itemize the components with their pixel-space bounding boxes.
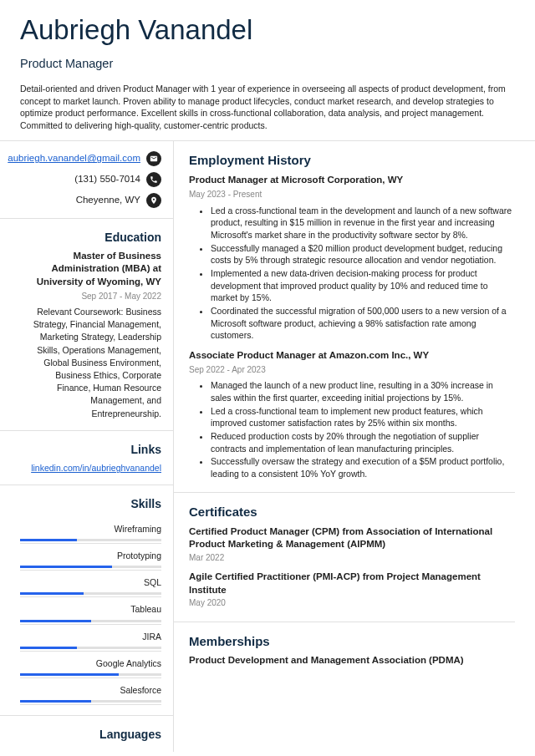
skill-fill	[20, 592, 84, 595]
job-bullet: Managed the launch of a new product line…	[211, 379, 515, 403]
sidebar-divider	[0, 218, 173, 219]
skill-row: Tableau	[20, 597, 161, 624]
links-heading: Links	[20, 441, 161, 458]
certs-list: Certified Product Manager (CPM) from Ass…	[189, 525, 515, 610]
skill-row: JIRA	[20, 625, 161, 652]
links-block: Links linkedin.com/in/aubrieghvanandel	[20, 441, 161, 475]
email-link[interactable]: aubriegh.vanandel@gmail.com	[8, 151, 140, 165]
sidebar-divider	[0, 715, 173, 716]
columns: aubriegh.vanandel@gmail.com (131) 550-70…	[20, 141, 515, 752]
skill-bar	[20, 592, 161, 595]
certificates-block: Certificates Certified Product Manager (…	[189, 503, 515, 610]
contact-email-row: aubriegh.vanandel@gmail.com	[20, 151, 161, 166]
job-bullets: Managed the launch of a new product line…	[189, 379, 515, 480]
skill-row: Salesforce	[20, 678, 161, 705]
job-entry: Associate Product Manager at Amazon.com …	[189, 348, 515, 480]
skill-fill	[20, 647, 77, 649]
skills-block: Skills WireframingPrototypingSQLTableauJ…	[20, 495, 161, 705]
phone-text: (131) 550-7014	[74, 172, 140, 186]
job-title: Product Manager	[20, 55, 515, 73]
languages-heading: Languages	[20, 726, 161, 743]
certificate-name: Certified Product Manager (CPM) from Ass…	[189, 525, 515, 551]
contact-location-row: Cheyenne, WY	[20, 193, 161, 208]
skill-bar	[20, 620, 161, 622]
resume-page: Aubriegh Vanandel Product Manager Detail…	[0, 0, 535, 752]
certificate-date: May 2020	[189, 597, 515, 610]
skill-name: Wireframing	[20, 523, 161, 535]
sidebar-divider	[0, 485, 173, 485]
languages-block: Languages	[20, 726, 161, 743]
jobs-list: Product Manager at Microsoft Corporation…	[189, 173, 515, 479]
sidebar: aubriegh.vanandel@gmail.com (131) 550-70…	[20, 141, 174, 752]
linkedin-link[interactable]: linkedin.com/in/aubrieghvanandel	[31, 463, 161, 473]
job-position: Associate Product Manager at Amazon.com …	[189, 348, 515, 363]
main-divider	[174, 622, 515, 622]
job-bullet: Reduced production costs by 20% through …	[211, 430, 515, 454]
memberships-heading: Memberships	[189, 632, 515, 651]
main-divider	[174, 492, 515, 493]
job-bullet: Successfully oversaw the strategy and ex…	[211, 455, 515, 479]
skill-bar	[20, 673, 161, 676]
skill-row: Wireframing	[20, 517, 161, 544]
skills-list: WireframingPrototypingSQLTableauJIRAGoog…	[20, 517, 161, 706]
job-bullet: Led a cross-functional team to implement…	[211, 405, 515, 429]
skill-row: Prototyping	[20, 544, 161, 571]
job-bullet: Coordinated the successful migration of …	[211, 305, 515, 342]
memberships-block: Memberships Product Development and Mana…	[189, 632, 515, 667]
contact-block: aubriegh.vanandel@gmail.com (131) 550-70…	[20, 151, 161, 208]
skill-name: SQL	[20, 576, 161, 589]
main-column: Employment History Product Manager at Mi…	[174, 141, 515, 752]
job-position: Product Manager at Microsoft Corporation…	[189, 173, 515, 187]
employment-heading: Employment History	[189, 151, 515, 170]
skill-bar	[20, 539, 161, 541]
skill-fill	[20, 700, 91, 703]
skill-bar	[20, 566, 161, 568]
job-bullet: Successfully managed a $20 million produ…	[211, 242, 515, 266]
memberships-list: Product Development and Management Assoc…	[189, 654, 515, 667]
certificate-name: Agile Certified Practitioner (PMI-ACP) f…	[189, 571, 515, 596]
skill-bar	[20, 700, 161, 703]
education-block: Education Master of Business Administrat…	[20, 229, 161, 420]
skill-row: SQL	[20, 571, 161, 597]
skill-fill	[20, 673, 119, 676]
education-coursework: Relevant Coursework: Business Strategy, …	[20, 306, 161, 420]
job-bullets: Led a cross-functional team in the devel…	[189, 205, 515, 342]
education-dates: Sep 2017 - May 2022	[20, 291, 161, 303]
certificates-heading: Certificates	[189, 503, 515, 521]
certificate-date: Mar 2022	[189, 552, 515, 565]
employment-block: Employment History Product Manager at Mi…	[189, 151, 515, 480]
skill-fill	[20, 539, 77, 541]
skill-name: Google Analytics	[20, 657, 161, 670]
skill-fill	[20, 620, 91, 622]
location-text: Cheyenne, WY	[76, 193, 140, 207]
job-bullet: Led a cross-functional team in the devel…	[211, 205, 515, 241]
location-icon	[146, 193, 161, 208]
job-entry: Product Manager at Microsoft Corporation…	[189, 173, 515, 342]
skill-name: Salesforce	[20, 684, 161, 697]
skill-bar	[20, 647, 161, 649]
linkedin-row: linkedin.com/in/aubrieghvanandel	[20, 462, 161, 474]
membership-name: Product Development and Management Assoc…	[189, 654, 515, 667]
skill-name: Prototyping	[20, 550, 161, 562]
skills-heading: Skills	[20, 495, 161, 512]
skill-row: Google Analytics	[20, 652, 161, 678]
phone-icon	[146, 172, 161, 187]
skill-name: JIRA	[20, 631, 161, 643]
email-icon	[146, 151, 161, 166]
skill-fill	[20, 566, 112, 568]
person-name: Aubriegh Vanandel	[20, 10, 515, 50]
job-dates: Sep 2022 - Apr 2023	[189, 364, 515, 377]
skill-name: Tableau	[20, 603, 161, 616]
summary-text: Detail-oriented and driven Product Manag…	[20, 83, 515, 132]
job-bullet: Implemented a new data-driven decision-m…	[211, 267, 515, 304]
sidebar-divider	[0, 430, 173, 431]
education-heading: Education	[20, 229, 161, 246]
education-degree: Master of Business Administration (MBA) …	[20, 250, 161, 289]
contact-phone-row: (131) 550-7014	[20, 172, 161, 187]
job-dates: May 2023 - Present	[189, 189, 515, 201]
